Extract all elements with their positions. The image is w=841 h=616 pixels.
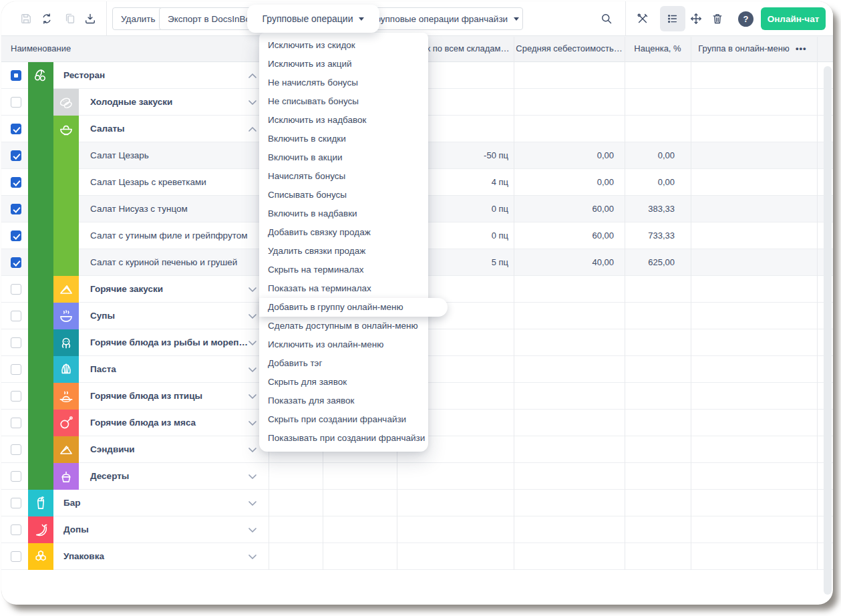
row-checkbox[interactable] xyxy=(11,364,21,375)
row-label[interactable]: Холодные закуски xyxy=(90,89,172,115)
chevron-down-icon[interactable] xyxy=(248,474,257,480)
menu-item[interactable]: Показать для заявок xyxy=(259,392,428,410)
menu-item[interactable]: Включить в скидки xyxy=(259,130,428,148)
row-checkbox[interactable] xyxy=(11,498,21,508)
group-operations-button[interactable]: Групповые операции xyxy=(247,5,379,33)
column-header-name[interactable]: Наименование xyxy=(11,36,71,61)
row-checkbox[interactable] xyxy=(11,471,21,482)
chevron-down-icon[interactable] xyxy=(248,500,257,506)
row-label[interactable]: Салат с куриной печенью и грушей xyxy=(90,249,237,275)
row-label[interactable]: Салат Цезарь xyxy=(90,142,149,168)
row-label[interactable]: Упаковка xyxy=(63,543,104,569)
group-operations-franchise-button[interactable]: Групповые операции франчайзи xyxy=(367,7,523,30)
row-checkbox[interactable] xyxy=(11,97,21,108)
chevron-down-icon[interactable] xyxy=(248,554,257,560)
column-header-cost[interactable]: Средняя себестоимость… xyxy=(515,36,623,61)
row-checkbox[interactable] xyxy=(11,70,21,81)
category-color-band xyxy=(28,383,53,410)
row-checkbox[interactable] xyxy=(11,204,21,214)
table-row: Десерты xyxy=(1,463,833,490)
row-label[interactable]: Допы xyxy=(63,516,89,543)
save-icon[interactable] xyxy=(19,12,33,25)
row-checkbox[interactable] xyxy=(11,177,21,188)
menu-item[interactable]: Удалить связки продаж xyxy=(259,242,428,261)
row-label[interactable]: Салат Нисуаз с тунцом xyxy=(90,196,188,222)
menu-item[interactable]: Сделать доступным в онлайн-меню xyxy=(259,317,428,335)
chevron-down-icon xyxy=(514,17,519,21)
row-checkbox[interactable] xyxy=(11,524,21,535)
vertical-scrollbar-thumb[interactable] xyxy=(824,66,832,595)
column-header-online-group[interactable]: Группа в онлайн-меню xyxy=(692,36,796,61)
row-checkbox[interactable] xyxy=(11,444,21,455)
row-label[interactable]: Салат с утиным филе и грейпфрутом xyxy=(90,222,248,249)
menu-item[interactable]: Скрыть при создании франчайзи xyxy=(259,410,428,429)
row-label[interactable]: Салаты xyxy=(90,116,125,142)
sandwich-icon xyxy=(53,436,79,463)
row-checkbox[interactable] xyxy=(11,284,21,295)
menu-item[interactable]: Исключить из акций xyxy=(259,55,428,73)
chevron-down-icon[interactable] xyxy=(248,287,257,293)
row-label[interactable]: Десерты xyxy=(90,463,129,489)
chevron-up-icon[interactable] xyxy=(248,73,257,79)
help-icon[interactable]: ? xyxy=(738,11,753,27)
row-checkbox[interactable] xyxy=(11,124,21,134)
menu-item[interactable]: Показать на терминалах xyxy=(259,279,428,298)
row-checkbox[interactable] xyxy=(11,311,21,321)
chevron-down-icon[interactable] xyxy=(248,447,257,453)
row-label[interactable]: Супы xyxy=(90,303,115,329)
refresh-icon[interactable] xyxy=(40,12,53,25)
menu-item[interactable]: Добавить тэг xyxy=(259,354,428,373)
chevron-down-icon[interactable] xyxy=(248,367,257,373)
row-label[interactable]: Горячие блюда из рыбы и мореп… xyxy=(90,329,248,355)
row-label[interactable]: Паста xyxy=(90,356,116,382)
menu-item[interactable]: Списывать бонусы xyxy=(259,186,428,204)
copy-icon[interactable] xyxy=(63,12,77,25)
chevron-down-icon[interactable] xyxy=(248,394,257,400)
menu-item[interactable]: Исключить из скидок xyxy=(259,36,428,55)
menu-item[interactable]: Добавить связку продаж xyxy=(259,223,428,242)
chevron-down-icon[interactable] xyxy=(248,100,257,106)
menu-item[interactable]: Включить в надбавки xyxy=(259,204,428,223)
menu-item[interactable]: Не списывать бонусы xyxy=(259,92,428,111)
search-icon[interactable] xyxy=(600,12,613,25)
menu-item[interactable]: Начислять бонусы xyxy=(259,167,428,186)
download-icon[interactable] xyxy=(83,12,97,25)
chevron-down-icon[interactable] xyxy=(248,340,257,346)
row-checkbox[interactable] xyxy=(11,391,21,402)
menu-item[interactable]: Не начислять бонусы xyxy=(259,73,428,92)
chevron-down-icon[interactable] xyxy=(248,527,257,533)
chevron-up-icon[interactable] xyxy=(248,126,257,132)
row-label[interactable]: Сэндвичи xyxy=(90,436,135,462)
trash-icon[interactable] xyxy=(711,12,724,25)
menu-item[interactable]: Скрыть для заявок xyxy=(259,373,428,392)
move-icon[interactable] xyxy=(689,12,703,25)
tools-icon[interactable] xyxy=(636,12,649,25)
menu-item[interactable]: Показывать при создании франчайзи xyxy=(259,429,428,448)
chevron-down-icon[interactable] xyxy=(248,313,257,319)
list-view-icon[interactable] xyxy=(666,12,679,25)
row-checkbox[interactable] xyxy=(11,337,21,348)
row-checkbox[interactable] xyxy=(11,551,21,562)
online-chat-button[interactable]: Онлайн-чат xyxy=(761,7,826,30)
menu-item[interactable]: Исключить из надбавок xyxy=(259,111,428,130)
row-checkbox[interactable] xyxy=(11,230,21,241)
row-label[interactable]: Горячие блюда из птицы xyxy=(90,383,202,409)
column-header-markup[interactable]: Наценка, % xyxy=(626,36,689,61)
menu-item[interactable]: Включить в акции xyxy=(259,148,428,167)
row-label[interactable]: Ресторан xyxy=(63,62,105,88)
row-label[interactable]: Горячие закуски xyxy=(90,276,163,302)
menu-item[interactable]: Скрыть на терминалах xyxy=(259,261,428,279)
chevron-down-icon[interactable] xyxy=(248,420,257,426)
delete-button[interactable]: Удалить xyxy=(112,7,164,30)
menu-item-highlighted[interactable]: Добавить в группу онлайн-меню xyxy=(259,298,448,317)
markup-value: 733,33 xyxy=(626,222,683,249)
row-checkbox[interactable] xyxy=(11,418,21,428)
columns-menu-button[interactable]: ••• xyxy=(796,36,816,61)
row-checkbox[interactable] xyxy=(11,257,21,268)
menu-item[interactable]: Исключить из онлайн-меню xyxy=(259,335,428,354)
row-label[interactable]: Горячие блюда из мяса xyxy=(90,410,196,436)
cherries-icon xyxy=(28,62,53,89)
row-label[interactable]: Бар xyxy=(63,490,80,516)
row-label[interactable]: Салат Цезарь с креветками xyxy=(90,169,206,195)
row-checkbox[interactable] xyxy=(11,150,21,161)
